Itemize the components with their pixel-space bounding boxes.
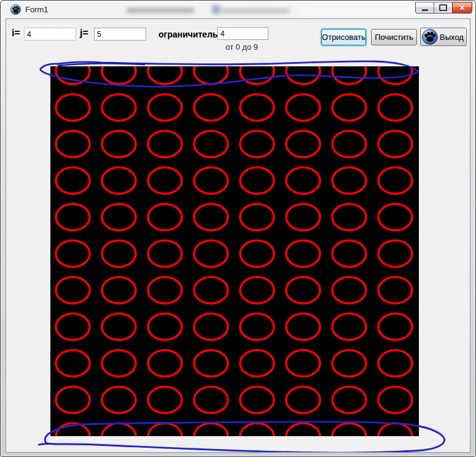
clear-button[interactable]: Почистить (371, 29, 417, 45)
red-ellipse (286, 204, 320, 230)
app-window: Form1 ✕ i= j= ограничитель от 0 до 9 Отр… (0, 0, 476, 457)
red-ellipse (148, 350, 182, 377)
red-ellipse (148, 314, 182, 340)
red-ellipse (56, 66, 90, 84)
window-title: Form1 (25, 5, 49, 14)
red-ellipse (56, 387, 90, 413)
exit-button-label: Выход (440, 33, 464, 42)
red-ellipse (286, 423, 320, 436)
form-client-area: i= j= ограничитель от 0 до 9 Отрисовать … (6, 18, 470, 453)
red-ellipse (102, 95, 136, 121)
red-ellipse (56, 131, 90, 157)
red-ellipse (194, 131, 228, 157)
limiter-label: ограничитель (158, 29, 218, 39)
red-ellipse (240, 387, 274, 413)
drawing-canvas[interactable] (50, 66, 419, 436)
j-label: j= (80, 28, 88, 39)
i-input[interactable] (24, 28, 76, 41)
close-button[interactable]: ✕ (452, 2, 472, 14)
red-ellipse (286, 131, 320, 157)
red-ellipse (332, 387, 366, 413)
red-ellipse (378, 314, 412, 340)
red-ellipse (332, 95, 366, 121)
red-ellipse (102, 168, 136, 194)
red-ellipse (378, 423, 412, 436)
red-ellipse (148, 95, 182, 121)
red-ellipse (194, 204, 228, 230)
red-ellipse (378, 95, 412, 121)
titlebar-glass-highlight (302, 2, 424, 18)
j-input[interactable] (94, 28, 146, 41)
red-ellipse (332, 66, 366, 84)
paw-icon (422, 29, 438, 45)
red-ellipse (378, 168, 412, 194)
red-ellipse (240, 423, 274, 436)
red-ellipse (378, 204, 412, 230)
red-ellipse (102, 131, 136, 157)
ellipse-grid (50, 66, 419, 436)
red-ellipse (286, 241, 320, 267)
red-ellipse (194, 277, 228, 303)
red-ellipse (194, 95, 228, 121)
draw-button[interactable]: Отрисовать (321, 29, 366, 45)
red-ellipse (148, 277, 182, 303)
red-ellipse (332, 277, 366, 303)
red-ellipse (102, 66, 136, 84)
red-ellipse (148, 66, 182, 84)
red-ellipse (332, 168, 366, 194)
red-ellipse (332, 314, 366, 340)
red-ellipse (194, 387, 228, 413)
red-ellipse (240, 204, 274, 230)
minimize-button[interactable] (415, 2, 434, 14)
red-ellipse (286, 168, 320, 194)
red-ellipse (378, 131, 412, 157)
red-ellipse (240, 168, 274, 194)
red-ellipse (102, 350, 136, 377)
red-ellipse (332, 350, 366, 377)
exit-button[interactable]: Выход (420, 28, 467, 46)
red-ellipse (378, 66, 412, 84)
red-ellipse (102, 241, 136, 267)
red-ellipse (56, 95, 90, 121)
red-ellipse (148, 204, 182, 230)
red-ellipse (56, 241, 90, 267)
red-ellipse (286, 350, 320, 377)
red-ellipse (286, 66, 320, 84)
red-ellipse (240, 241, 274, 267)
red-ellipse (240, 350, 274, 377)
red-ellipse (102, 423, 136, 436)
red-ellipse (332, 423, 366, 436)
red-ellipse (286, 314, 320, 340)
maximize-icon (439, 4, 447, 11)
red-ellipse (148, 423, 182, 436)
red-ellipse (102, 277, 136, 303)
red-ellipse (240, 95, 274, 121)
red-ellipse (56, 277, 90, 303)
red-ellipse (56, 204, 90, 230)
red-ellipse (148, 131, 182, 157)
red-ellipse (56, 314, 90, 340)
red-ellipse (240, 66, 274, 84)
red-ellipse (148, 387, 182, 413)
red-ellipse (286, 277, 320, 303)
blurred-background-window-text (220, 8, 289, 14)
limiter-range-hint: от 0 до 9 (225, 42, 258, 52)
red-ellipse (194, 168, 228, 194)
red-ellipse (194, 241, 228, 267)
limiter-input[interactable] (217, 27, 268, 40)
red-ellipse (102, 387, 136, 413)
titlebar[interactable]: Form1 ✕ (1, 1, 475, 18)
blurred-background-window-icon (212, 5, 220, 14)
red-ellipse (56, 168, 90, 194)
red-ellipse (148, 241, 182, 267)
blurred-background-window-text (127, 7, 194, 14)
red-ellipse (332, 241, 366, 267)
maximize-button[interactable] (434, 2, 453, 14)
red-ellipse (286, 95, 320, 121)
window-controls: ✕ (416, 2, 472, 14)
red-ellipse (332, 131, 366, 157)
red-ellipse (194, 423, 228, 436)
close-icon: ✕ (459, 4, 465, 12)
red-ellipse (240, 277, 274, 303)
red-ellipse (194, 66, 228, 84)
